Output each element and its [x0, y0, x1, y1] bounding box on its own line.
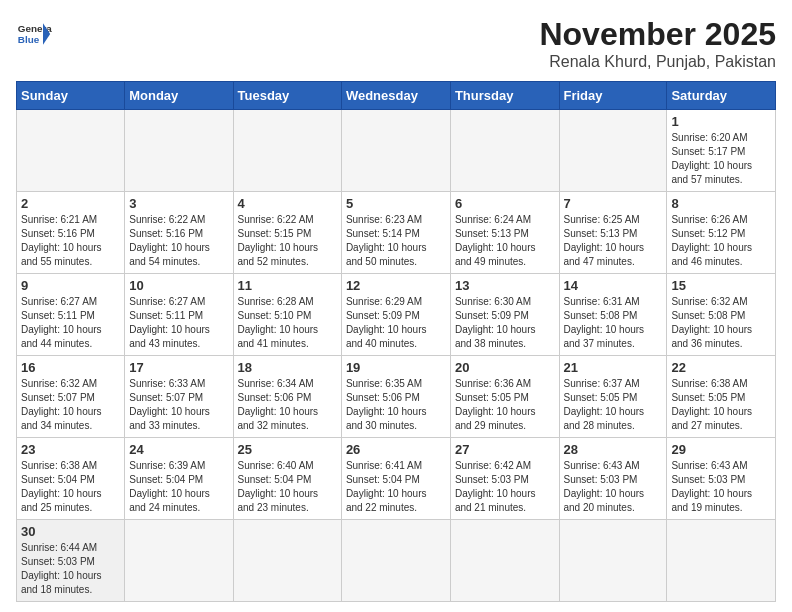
- day-info: Sunrise: 6:34 AM Sunset: 5:06 PM Dayligh…: [238, 377, 337, 433]
- day-number: 4: [238, 196, 337, 211]
- calendar-day-cell: 12Sunrise: 6:29 AM Sunset: 5:09 PM Dayli…: [341, 274, 450, 356]
- calendar-week-row: 23Sunrise: 6:38 AM Sunset: 5:04 PM Dayli…: [17, 438, 776, 520]
- calendar-day-cell: 3Sunrise: 6:22 AM Sunset: 5:16 PM Daylig…: [125, 192, 233, 274]
- day-number: 17: [129, 360, 228, 375]
- day-number: 1: [671, 114, 771, 129]
- day-info: Sunrise: 6:27 AM Sunset: 5:11 PM Dayligh…: [21, 295, 120, 351]
- day-info: Sunrise: 6:21 AM Sunset: 5:16 PM Dayligh…: [21, 213, 120, 269]
- day-info: Sunrise: 6:22 AM Sunset: 5:15 PM Dayligh…: [238, 213, 337, 269]
- day-info: Sunrise: 6:38 AM Sunset: 5:04 PM Dayligh…: [21, 459, 120, 515]
- day-number: 7: [564, 196, 663, 211]
- day-info: Sunrise: 6:20 AM Sunset: 5:17 PM Dayligh…: [671, 131, 771, 187]
- day-number: 9: [21, 278, 120, 293]
- day-info: Sunrise: 6:39 AM Sunset: 5:04 PM Dayligh…: [129, 459, 228, 515]
- day-number: 8: [671, 196, 771, 211]
- day-number: 2: [21, 196, 120, 211]
- day-number: 20: [455, 360, 555, 375]
- day-info: Sunrise: 6:43 AM Sunset: 5:03 PM Dayligh…: [564, 459, 663, 515]
- calendar-week-row: 16Sunrise: 6:32 AM Sunset: 5:07 PM Dayli…: [17, 356, 776, 438]
- day-number: 19: [346, 360, 446, 375]
- calendar-day-cell: 21Sunrise: 6:37 AM Sunset: 5:05 PM Dayli…: [559, 356, 667, 438]
- calendar-day-cell: 19Sunrise: 6:35 AM Sunset: 5:06 PM Dayli…: [341, 356, 450, 438]
- day-info: Sunrise: 6:32 AM Sunset: 5:07 PM Dayligh…: [21, 377, 120, 433]
- day-info: Sunrise: 6:41 AM Sunset: 5:04 PM Dayligh…: [346, 459, 446, 515]
- day-info: Sunrise: 6:29 AM Sunset: 5:09 PM Dayligh…: [346, 295, 446, 351]
- day-info: Sunrise: 6:24 AM Sunset: 5:13 PM Dayligh…: [455, 213, 555, 269]
- logo: General Blue: [16, 16, 52, 52]
- calendar-day-cell: [233, 110, 341, 192]
- calendar-day-cell: [125, 110, 233, 192]
- day-info: Sunrise: 6:23 AM Sunset: 5:14 PM Dayligh…: [346, 213, 446, 269]
- day-info: Sunrise: 6:42 AM Sunset: 5:03 PM Dayligh…: [455, 459, 555, 515]
- day-number: 12: [346, 278, 446, 293]
- day-number: 6: [455, 196, 555, 211]
- day-number: 5: [346, 196, 446, 211]
- day-info: Sunrise: 6:26 AM Sunset: 5:12 PM Dayligh…: [671, 213, 771, 269]
- day-info: Sunrise: 6:32 AM Sunset: 5:08 PM Dayligh…: [671, 295, 771, 351]
- day-info: Sunrise: 6:27 AM Sunset: 5:11 PM Dayligh…: [129, 295, 228, 351]
- calendar-day-cell: 5Sunrise: 6:23 AM Sunset: 5:14 PM Daylig…: [341, 192, 450, 274]
- weekday-header-wednesday: Wednesday: [341, 82, 450, 110]
- calendar-day-cell: 18Sunrise: 6:34 AM Sunset: 5:06 PM Dayli…: [233, 356, 341, 438]
- weekday-header-sunday: Sunday: [17, 82, 125, 110]
- day-info: Sunrise: 6:28 AM Sunset: 5:10 PM Dayligh…: [238, 295, 337, 351]
- logo-icon: General Blue: [16, 16, 52, 52]
- weekday-header-tuesday: Tuesday: [233, 82, 341, 110]
- day-number: 11: [238, 278, 337, 293]
- location-title: Renala Khurd, Punjab, Pakistan: [539, 53, 776, 71]
- calendar-day-cell: 17Sunrise: 6:33 AM Sunset: 5:07 PM Dayli…: [125, 356, 233, 438]
- calendar-day-cell: 20Sunrise: 6:36 AM Sunset: 5:05 PM Dayli…: [450, 356, 559, 438]
- calendar-day-cell: 22Sunrise: 6:38 AM Sunset: 5:05 PM Dayli…: [667, 356, 776, 438]
- calendar-week-row: 1Sunrise: 6:20 AM Sunset: 5:17 PM Daylig…: [17, 110, 776, 192]
- calendar-day-cell: 13Sunrise: 6:30 AM Sunset: 5:09 PM Dayli…: [450, 274, 559, 356]
- calendar-week-row: 30Sunrise: 6:44 AM Sunset: 5:03 PM Dayli…: [17, 520, 776, 602]
- calendar-day-cell: 30Sunrise: 6:44 AM Sunset: 5:03 PM Dayli…: [17, 520, 125, 602]
- calendar-week-row: 9Sunrise: 6:27 AM Sunset: 5:11 PM Daylig…: [17, 274, 776, 356]
- calendar-day-cell: 2Sunrise: 6:21 AM Sunset: 5:16 PM Daylig…: [17, 192, 125, 274]
- calendar-day-cell: 27Sunrise: 6:42 AM Sunset: 5:03 PM Dayli…: [450, 438, 559, 520]
- day-number: 27: [455, 442, 555, 457]
- day-info: Sunrise: 6:31 AM Sunset: 5:08 PM Dayligh…: [564, 295, 663, 351]
- calendar-day-cell: 16Sunrise: 6:32 AM Sunset: 5:07 PM Dayli…: [17, 356, 125, 438]
- calendar-day-cell: [667, 520, 776, 602]
- day-info: Sunrise: 6:30 AM Sunset: 5:09 PM Dayligh…: [455, 295, 555, 351]
- calendar-day-cell: 26Sunrise: 6:41 AM Sunset: 5:04 PM Dayli…: [341, 438, 450, 520]
- calendar-day-cell: 7Sunrise: 6:25 AM Sunset: 5:13 PM Daylig…: [559, 192, 667, 274]
- calendar-day-cell: [559, 520, 667, 602]
- day-number: 10: [129, 278, 228, 293]
- calendar-day-cell: [450, 110, 559, 192]
- day-info: Sunrise: 6:37 AM Sunset: 5:05 PM Dayligh…: [564, 377, 663, 433]
- calendar-day-cell: 25Sunrise: 6:40 AM Sunset: 5:04 PM Dayli…: [233, 438, 341, 520]
- day-number: 22: [671, 360, 771, 375]
- day-number: 28: [564, 442, 663, 457]
- day-info: Sunrise: 6:38 AM Sunset: 5:05 PM Dayligh…: [671, 377, 771, 433]
- calendar-day-cell: [450, 520, 559, 602]
- svg-text:Blue: Blue: [18, 34, 40, 45]
- calendar-day-cell: 9Sunrise: 6:27 AM Sunset: 5:11 PM Daylig…: [17, 274, 125, 356]
- day-info: Sunrise: 6:33 AM Sunset: 5:07 PM Dayligh…: [129, 377, 228, 433]
- day-number: 23: [21, 442, 120, 457]
- weekday-header-saturday: Saturday: [667, 82, 776, 110]
- day-number: 25: [238, 442, 337, 457]
- day-number: 24: [129, 442, 228, 457]
- day-info: Sunrise: 6:44 AM Sunset: 5:03 PM Dayligh…: [21, 541, 120, 597]
- calendar-day-cell: [233, 520, 341, 602]
- calendar-day-cell: [341, 520, 450, 602]
- calendar-day-cell: 28Sunrise: 6:43 AM Sunset: 5:03 PM Dayli…: [559, 438, 667, 520]
- calendar-day-cell: 14Sunrise: 6:31 AM Sunset: 5:08 PM Dayli…: [559, 274, 667, 356]
- calendar-day-cell: 23Sunrise: 6:38 AM Sunset: 5:04 PM Dayli…: [17, 438, 125, 520]
- day-info: Sunrise: 6:40 AM Sunset: 5:04 PM Dayligh…: [238, 459, 337, 515]
- page-header: General Blue November 2025 Renala Khurd,…: [16, 16, 776, 71]
- calendar-day-cell: [17, 110, 125, 192]
- calendar-day-cell: 4Sunrise: 6:22 AM Sunset: 5:15 PM Daylig…: [233, 192, 341, 274]
- calendar-day-cell: [125, 520, 233, 602]
- day-number: 13: [455, 278, 555, 293]
- calendar-day-cell: 10Sunrise: 6:27 AM Sunset: 5:11 PM Dayli…: [125, 274, 233, 356]
- calendar-day-cell: 1Sunrise: 6:20 AM Sunset: 5:17 PM Daylig…: [667, 110, 776, 192]
- calendar-day-cell: 24Sunrise: 6:39 AM Sunset: 5:04 PM Dayli…: [125, 438, 233, 520]
- weekday-header-friday: Friday: [559, 82, 667, 110]
- calendar-day-cell: 8Sunrise: 6:26 AM Sunset: 5:12 PM Daylig…: [667, 192, 776, 274]
- calendar-day-cell: [559, 110, 667, 192]
- day-number: 29: [671, 442, 771, 457]
- day-number: 14: [564, 278, 663, 293]
